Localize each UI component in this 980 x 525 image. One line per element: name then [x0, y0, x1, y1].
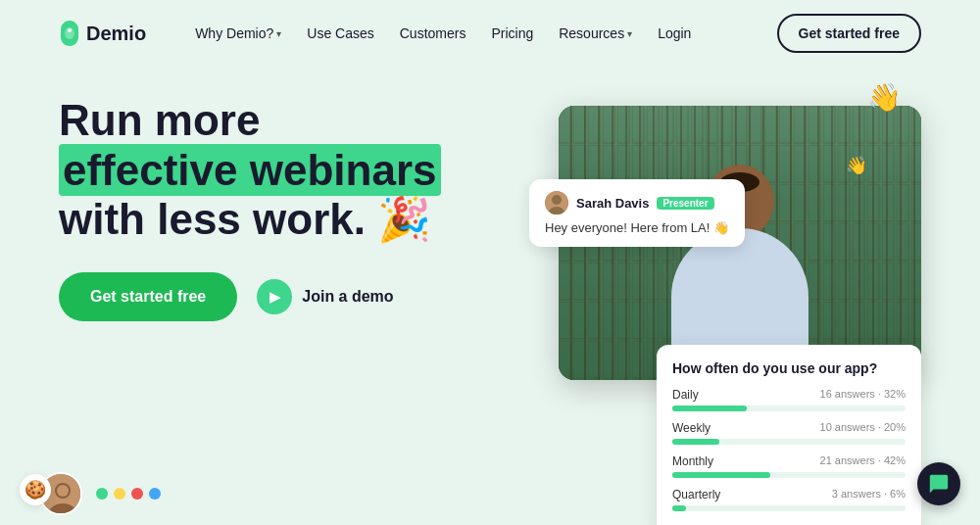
poll-stat: 10 answers · 20% [820, 421, 906, 435]
poll-label: Weekly [672, 421, 710, 435]
poll-bar-fill [672, 505, 686, 511]
svg-point-10 [57, 485, 69, 497]
avatar-image [545, 191, 568, 215]
chat-widget-button[interactable] [917, 462, 960, 505]
poll-bar-bg [672, 472, 906, 478]
chat-bubble-icon [928, 473, 950, 495]
svg-point-3 [552, 195, 562, 205]
dot-green [96, 488, 108, 500]
wave-emoji-large: 👋 [867, 81, 902, 114]
hero-heading: Run more effective webinars with less wo… [59, 96, 470, 245]
chat-bubble: Sarah Davis Presenter Hey everyone! Here… [529, 179, 745, 247]
poll-bar-fill [672, 439, 719, 445]
poll-bar-fill [672, 472, 770, 478]
poll-bar-bg [672, 406, 906, 411]
poll-stat: 16 answers · 32% [820, 388, 906, 402]
dot-red [131, 488, 143, 500]
nav-login[interactable]: Login [648, 20, 701, 47]
poll-label: Daily [672, 388, 699, 402]
poll-stat: 21 answers · 42% [820, 454, 906, 468]
nav-customers[interactable]: Customers [390, 20, 476, 47]
demio-logo-icon [59, 21, 80, 46]
nav-resources[interactable]: Resources ▾ [549, 20, 642, 47]
nav-use-cases[interactable]: Use Cases [297, 20, 383, 47]
poll-card: How often do you use our app? Daily 16 a… [657, 345, 921, 525]
join-demo-button[interactable]: ▶ Join a demo [257, 279, 393, 314]
poll-row-weekly: Weekly 10 answers · 20% [672, 421, 906, 445]
hero-left: Run more effective webinars with less wo… [59, 96, 470, 321]
nav-links: Why Demio? ▾ Use Cases Customers Pricing… [185, 20, 776, 47]
poll-label: Monthly [672, 454, 713, 468]
chevron-down-icon: ▾ [627, 28, 632, 39]
chat-presenter-badge: Presenter [657, 197, 713, 210]
dot-yellow [114, 488, 125, 500]
poll-stat: 3 answers · 6% [832, 488, 906, 501]
poll-bar-bg [672, 505, 906, 511]
hero-buttons: Get started free ▶ Join a demo [59, 272, 470, 321]
avatar [545, 191, 568, 215]
poll-bar-fill [672, 406, 747, 411]
play-icon: ▶ [257, 279, 292, 314]
wave-emoji-small: 👋 [846, 155, 867, 176]
cookie-icon[interactable]: 🍪 [20, 474, 51, 505]
dot-blue [149, 488, 161, 500]
svg-point-1 [68, 28, 72, 32]
chat-username: Sarah Davis [576, 196, 649, 211]
chat-message-text: Hey everyone! Here from LA! 👋 [545, 220, 729, 235]
poll-row-daily: Daily 16 answers · 32% [672, 388, 906, 411]
poll-row-monthly: Monthly 21 answers · 42% [672, 454, 906, 478]
nav-why-demio[interactable]: Why Demio? ▾ [185, 20, 291, 47]
poll-title: How often do you use our app? [672, 360, 906, 376]
hero-right: 👋 👋 Sarah Davis Presenter Hey everyone! … [510, 96, 921, 525]
nav-pricing[interactable]: Pricing [481, 20, 543, 47]
hero-section: Run more effective webinars with less wo… [0, 67, 980, 525]
poll-label: Quarterly [672, 488, 720, 501]
bottom-left-area [39, 472, 161, 515]
logo[interactable]: Demio [59, 21, 146, 46]
navbar: Demio Why Demio? ▾ Use Cases Customers P… [0, 0, 980, 67]
poll-row-quarterly: Quarterly 3 answers · 6% [672, 488, 906, 511]
nav-get-started-button[interactable]: Get started free [777, 14, 921, 53]
dots-row [96, 488, 161, 500]
poll-bar-bg [672, 439, 906, 445]
get-started-button[interactable]: Get started free [59, 272, 237, 321]
chevron-down-icon: ▾ [276, 28, 281, 39]
chat-user-row: Sarah Davis Presenter [545, 191, 729, 215]
logo-text: Demio [86, 23, 146, 45]
nav-actions: Get started free [777, 14, 921, 53]
